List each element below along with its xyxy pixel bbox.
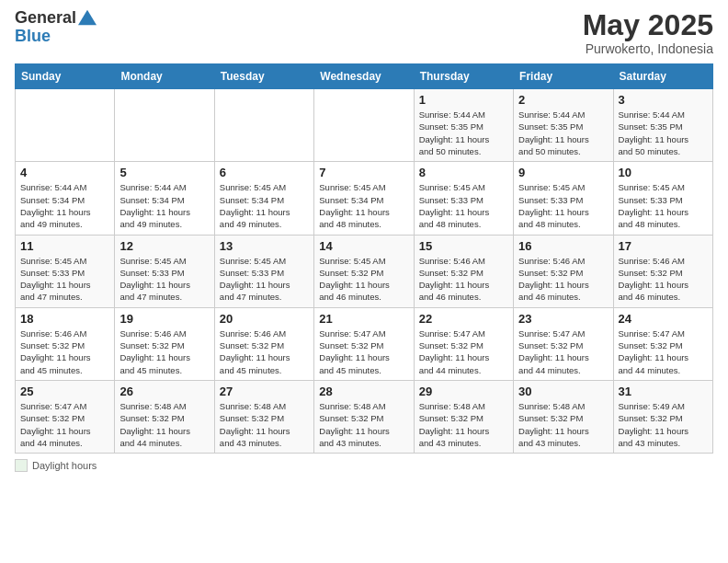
cell-day-number: 26 xyxy=(119,385,209,398)
cell-day-number: 1 xyxy=(419,93,508,107)
cell-day-number: 29 xyxy=(419,385,508,398)
cell-info: Sunrise: 5:47 AM Sunset: 5:32 PM Dayligh… xyxy=(319,327,408,376)
week-row-4: 18Sunrise: 5:46 AM Sunset: 5:32 PM Dayli… xyxy=(16,307,713,380)
cell-info: Sunrise: 5:45 AM Sunset: 5:33 PM Dayligh… xyxy=(119,255,209,304)
calendar-cell: 1Sunrise: 5:44 AM Sunset: 5:35 PM Daylig… xyxy=(414,89,513,162)
day-header-wednesday: Wednesday xyxy=(314,64,414,89)
cell-day-number: 3 xyxy=(619,93,708,107)
header: General Blue May 2025 Purwokerto, Indone… xyxy=(15,9,713,56)
calendar-cell xyxy=(115,89,214,162)
day-header-friday: Friday xyxy=(514,64,613,89)
cell-info: Sunrise: 5:48 AM Sunset: 5:32 PM Dayligh… xyxy=(319,400,408,449)
day-header-monday: Monday xyxy=(115,64,214,89)
calendar-cell: 23Sunrise: 5:47 AM Sunset: 5:32 PM Dayli… xyxy=(514,307,613,380)
calendar-cell xyxy=(214,89,313,162)
calendar-cell: 20Sunrise: 5:46 AM Sunset: 5:32 PM Dayli… xyxy=(214,307,313,380)
cell-day-number: 19 xyxy=(119,312,209,326)
calendar-cell: 31Sunrise: 5:49 AM Sunset: 5:32 PM Dayli… xyxy=(613,380,712,453)
cell-day-number: 14 xyxy=(319,239,408,253)
day-header-thursday: Thursday xyxy=(414,64,513,89)
daylight-label: Daylight hours xyxy=(32,460,97,471)
calendar-cell: 19Sunrise: 5:46 AM Sunset: 5:32 PM Dayli… xyxy=(115,307,214,380)
calendar-cell: 26Sunrise: 5:48 AM Sunset: 5:32 PM Dayli… xyxy=(115,380,214,453)
calendar-cell: 13Sunrise: 5:45 AM Sunset: 5:33 PM Dayli… xyxy=(214,235,313,307)
cell-day-number: 30 xyxy=(518,385,608,398)
cell-day-number: 16 xyxy=(518,239,608,253)
cell-info: Sunrise: 5:45 AM Sunset: 5:32 PM Dayligh… xyxy=(319,255,408,304)
cell-info: Sunrise: 5:47 AM Sunset: 5:32 PM Dayligh… xyxy=(20,400,109,449)
cell-day-number: 12 xyxy=(119,239,209,253)
cell-day-number: 15 xyxy=(419,239,508,253)
calendar-cell: 14Sunrise: 5:45 AM Sunset: 5:32 PM Dayli… xyxy=(314,235,414,307)
subtitle: Purwokerto, Indonesia xyxy=(583,41,713,56)
cell-info: Sunrise: 5:46 AM Sunset: 5:32 PM Dayligh… xyxy=(220,327,309,376)
main-title: May 2025 xyxy=(583,9,713,41)
calendar-cell: 5Sunrise: 5:44 AM Sunset: 5:34 PM Daylig… xyxy=(115,162,214,235)
cell-info: Sunrise: 5:45 AM Sunset: 5:33 PM Dayligh… xyxy=(20,255,109,304)
calendar-cell: 22Sunrise: 5:47 AM Sunset: 5:32 PM Dayli… xyxy=(414,307,513,380)
calendar-cell: 30Sunrise: 5:48 AM Sunset: 5:32 PM Dayli… xyxy=(514,380,613,453)
calendar-cell: 16Sunrise: 5:46 AM Sunset: 5:32 PM Dayli… xyxy=(514,235,613,307)
daylight-box xyxy=(15,459,28,472)
cell-info: Sunrise: 5:45 AM Sunset: 5:34 PM Dayligh… xyxy=(319,181,408,230)
calendar-cell: 10Sunrise: 5:45 AM Sunset: 5:33 PM Dayli… xyxy=(613,162,712,235)
day-header-sunday: Sunday xyxy=(16,64,115,89)
calendar-cell: 18Sunrise: 5:46 AM Sunset: 5:32 PM Dayli… xyxy=(16,307,115,380)
calendar-cell: 28Sunrise: 5:48 AM Sunset: 5:32 PM Dayli… xyxy=(314,380,414,453)
cell-info: Sunrise: 5:44 AM Sunset: 5:34 PM Dayligh… xyxy=(20,181,109,230)
calendar-cell: 27Sunrise: 5:48 AM Sunset: 5:32 PM Dayli… xyxy=(214,380,313,453)
calendar-cell: 3Sunrise: 5:44 AM Sunset: 5:35 PM Daylig… xyxy=(613,89,712,162)
calendar-cell: 24Sunrise: 5:47 AM Sunset: 5:32 PM Dayli… xyxy=(613,307,712,380)
calendar-cell: 7Sunrise: 5:45 AM Sunset: 5:34 PM Daylig… xyxy=(314,162,414,235)
cell-day-number: 31 xyxy=(619,385,708,398)
cell-info: Sunrise: 5:44 AM Sunset: 5:35 PM Dayligh… xyxy=(518,109,608,157)
calendar-cell: 21Sunrise: 5:47 AM Sunset: 5:32 PM Dayli… xyxy=(314,307,414,380)
cell-day-number: 6 xyxy=(220,166,309,179)
cell-info: Sunrise: 5:48 AM Sunset: 5:32 PM Dayligh… xyxy=(419,400,508,449)
cell-info: Sunrise: 5:47 AM Sunset: 5:32 PM Dayligh… xyxy=(619,327,708,376)
cell-info: Sunrise: 5:44 AM Sunset: 5:35 PM Dayligh… xyxy=(419,109,508,157)
cell-info: Sunrise: 5:48 AM Sunset: 5:32 PM Dayligh… xyxy=(119,400,209,449)
cell-info: Sunrise: 5:48 AM Sunset: 5:32 PM Dayligh… xyxy=(220,400,309,449)
cell-day-number: 2 xyxy=(518,93,608,107)
calendar-cell: 2Sunrise: 5:44 AM Sunset: 5:35 PM Daylig… xyxy=(514,89,613,162)
cell-day-number: 28 xyxy=(319,385,408,398)
calendar-header: SundayMondayTuesdayWednesdayThursdayFrid… xyxy=(16,64,713,89)
cell-day-number: 4 xyxy=(20,166,109,179)
day-header-row: SundayMondayTuesdayWednesdayThursdayFrid… xyxy=(16,64,713,89)
calendar: SundayMondayTuesdayWednesdayThursdayFrid… xyxy=(15,63,713,454)
footer: Daylight hours xyxy=(15,459,713,472)
cell-day-number: 27 xyxy=(220,385,309,398)
calendar-cell: 9Sunrise: 5:45 AM Sunset: 5:33 PM Daylig… xyxy=(514,162,613,235)
calendar-cell: 11Sunrise: 5:45 AM Sunset: 5:33 PM Dayli… xyxy=(16,235,115,307)
cell-day-number: 20 xyxy=(220,312,309,326)
cell-info: Sunrise: 5:47 AM Sunset: 5:32 PM Dayligh… xyxy=(518,327,608,376)
cell-info: Sunrise: 5:46 AM Sunset: 5:32 PM Dayligh… xyxy=(20,327,109,376)
cell-day-number: 22 xyxy=(419,312,508,326)
cell-day-number: 25 xyxy=(20,385,109,398)
calendar-body: 1Sunrise: 5:44 AM Sunset: 5:35 PM Daylig… xyxy=(16,89,713,454)
logo: General Blue xyxy=(15,9,97,46)
day-header-saturday: Saturday xyxy=(613,64,712,89)
cell-info: Sunrise: 5:45 AM Sunset: 5:33 PM Dayligh… xyxy=(220,255,309,304)
cell-day-number: 11 xyxy=(20,239,109,253)
cell-day-number: 21 xyxy=(319,312,408,326)
cell-info: Sunrise: 5:45 AM Sunset: 5:33 PM Dayligh… xyxy=(619,181,708,230)
logo-text: General Blue xyxy=(15,9,97,46)
cell-day-number: 9 xyxy=(518,166,608,179)
calendar-cell: 29Sunrise: 5:48 AM Sunset: 5:32 PM Dayli… xyxy=(414,380,513,453)
cell-info: Sunrise: 5:45 AM Sunset: 5:34 PM Dayligh… xyxy=(220,181,309,230)
cell-info: Sunrise: 5:49 AM Sunset: 5:32 PM Dayligh… xyxy=(619,400,708,449)
cell-day-number: 7 xyxy=(319,166,408,179)
week-row-2: 4Sunrise: 5:44 AM Sunset: 5:34 PM Daylig… xyxy=(16,162,713,235)
logo-general: General xyxy=(15,9,76,28)
page: General Blue May 2025 Purwokerto, Indone… xyxy=(0,0,728,563)
calendar-cell: 6Sunrise: 5:45 AM Sunset: 5:34 PM Daylig… xyxy=(214,162,313,235)
week-row-1: 1Sunrise: 5:44 AM Sunset: 5:35 PM Daylig… xyxy=(16,89,713,162)
cell-info: Sunrise: 5:44 AM Sunset: 5:34 PM Dayligh… xyxy=(119,181,209,230)
cell-day-number: 5 xyxy=(119,166,209,179)
day-header-tuesday: Tuesday xyxy=(214,64,313,89)
week-row-5: 25Sunrise: 5:47 AM Sunset: 5:32 PM Dayli… xyxy=(16,380,713,453)
cell-day-number: 10 xyxy=(619,166,708,179)
calendar-cell: 4Sunrise: 5:44 AM Sunset: 5:34 PM Daylig… xyxy=(16,162,115,235)
